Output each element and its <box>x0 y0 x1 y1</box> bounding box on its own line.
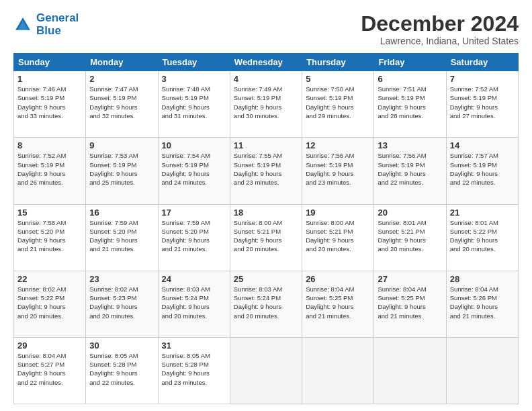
day-number: 9 <box>89 140 154 150</box>
day-number: 26 <box>306 274 370 284</box>
calendar-cell: 7Sunrise: 7:52 AM Sunset: 5:19 PM Daylig… <box>446 71 518 138</box>
calendar-cell: 12Sunrise: 7:56 AM Sunset: 5:19 PM Dayli… <box>302 138 374 204</box>
calendar-cell: 25Sunrise: 8:03 AM Sunset: 5:24 PM Dayli… <box>230 271 302 337</box>
day-info: Sunrise: 8:05 AM Sunset: 5:28 PM Dayligh… <box>89 351 154 387</box>
main-title: December 2024 <box>361 12 519 36</box>
calendar-cell: 2Sunrise: 7:47 AM Sunset: 5:19 PM Daylig… <box>86 71 158 138</box>
day-number: 19 <box>306 208 370 218</box>
calendar-row: 29Sunrise: 8:04 AM Sunset: 5:27 PM Dayli… <box>14 337 519 404</box>
header: General Blue December 2024 Lawrence, Ind… <box>13 12 519 46</box>
day-number: 16 <box>89 208 154 218</box>
day-info: Sunrise: 8:04 AM Sunset: 5:26 PM Dayligh… <box>450 285 515 320</box>
calendar-row: 15Sunrise: 7:58 AM Sunset: 5:20 PM Dayli… <box>14 204 519 271</box>
calendar-cell: 8Sunrise: 7:52 AM Sunset: 5:19 PM Daylig… <box>14 138 86 204</box>
day-info: Sunrise: 8:04 AM Sunset: 5:25 PM Dayligh… <box>306 285 370 320</box>
day-number: 30 <box>89 340 154 351</box>
day-info: Sunrise: 7:54 AM Sunset: 5:19 PM Dayligh… <box>162 151 226 187</box>
calendar-header-cell: Friday <box>374 54 446 71</box>
day-info: Sunrise: 8:00 AM Sunset: 5:21 PM Dayligh… <box>234 218 298 254</box>
calendar-cell: 11Sunrise: 7:55 AM Sunset: 5:19 PM Dayli… <box>230 138 302 204</box>
calendar-cell: 20Sunrise: 8:01 AM Sunset: 5:21 PM Dayli… <box>374 204 446 271</box>
day-number: 23 <box>89 274 154 284</box>
day-number: 11 <box>234 140 298 150</box>
day-number: 1 <box>17 74 82 84</box>
day-info: Sunrise: 7:56 AM Sunset: 5:19 PM Dayligh… <box>378 151 442 187</box>
calendar-cell <box>302 337 374 404</box>
day-info: Sunrise: 7:51 AM Sunset: 5:19 PM Dayligh… <box>378 85 442 120</box>
calendar-row: 8Sunrise: 7:52 AM Sunset: 5:19 PM Daylig… <box>14 138 519 204</box>
calendar-cell: 31Sunrise: 8:05 AM Sunset: 5:28 PM Dayli… <box>158 337 230 404</box>
day-info: Sunrise: 7:56 AM Sunset: 5:19 PM Dayligh… <box>306 151 370 187</box>
logo: General Blue <box>13 12 79 37</box>
day-info: Sunrise: 7:52 AM Sunset: 5:19 PM Dayligh… <box>17 151 82 187</box>
title-block: December 2024 Lawrence, Indiana, United … <box>361 12 519 46</box>
subtitle: Lawrence, Indiana, United States <box>361 36 519 46</box>
day-number: 21 <box>450 208 515 218</box>
day-number: 25 <box>234 274 298 284</box>
logo-text: General Blue <box>36 12 79 37</box>
calendar-cell: 10Sunrise: 7:54 AM Sunset: 5:19 PM Dayli… <box>158 138 230 204</box>
logo-line2: Blue <box>36 24 61 37</box>
calendar-cell: 3Sunrise: 7:48 AM Sunset: 5:19 PM Daylig… <box>158 71 230 138</box>
day-info: Sunrise: 7:47 AM Sunset: 5:19 PM Dayligh… <box>89 85 154 120</box>
day-number: 4 <box>234 74 298 84</box>
day-number: 20 <box>378 208 442 218</box>
day-info: Sunrise: 7:58 AM Sunset: 5:20 PM Dayligh… <box>17 218 82 254</box>
day-info: Sunrise: 8:01 AM Sunset: 5:22 PM Dayligh… <box>450 218 515 254</box>
day-number: 14 <box>450 140 515 150</box>
day-info: Sunrise: 7:50 AM Sunset: 5:19 PM Dayligh… <box>306 85 370 120</box>
day-info: Sunrise: 8:04 AM Sunset: 5:25 PM Dayligh… <box>378 285 442 320</box>
calendar-header-cell: Sunday <box>14 54 86 71</box>
calendar-cell: 15Sunrise: 7:58 AM Sunset: 5:20 PM Dayli… <box>14 204 86 271</box>
calendar-cell: 18Sunrise: 8:00 AM Sunset: 5:21 PM Dayli… <box>230 204 302 271</box>
day-info: Sunrise: 7:57 AM Sunset: 5:19 PM Dayligh… <box>450 151 515 187</box>
day-info: Sunrise: 7:49 AM Sunset: 5:19 PM Dayligh… <box>234 85 298 120</box>
calendar-cell: 9Sunrise: 7:53 AM Sunset: 5:19 PM Daylig… <box>86 138 158 204</box>
day-number: 22 <box>17 274 82 284</box>
day-info: Sunrise: 8:04 AM Sunset: 5:27 PM Dayligh… <box>17 351 82 387</box>
day-info: Sunrise: 7:52 AM Sunset: 5:19 PM Dayligh… <box>450 85 515 120</box>
day-number: 18 <box>234 208 298 218</box>
day-number: 17 <box>162 208 226 218</box>
calendar-cell: 21Sunrise: 8:01 AM Sunset: 5:22 PM Dayli… <box>446 204 518 271</box>
calendar-cell: 28Sunrise: 8:04 AM Sunset: 5:26 PM Dayli… <box>446 271 518 337</box>
calendar-cell: 26Sunrise: 8:04 AM Sunset: 5:25 PM Dayli… <box>302 271 374 337</box>
day-number: 3 <box>162 74 226 84</box>
day-number: 5 <box>306 74 370 84</box>
day-info: Sunrise: 7:59 AM Sunset: 5:20 PM Dayligh… <box>89 218 154 254</box>
day-number: 15 <box>17 208 82 218</box>
calendar-cell: 4Sunrise: 7:49 AM Sunset: 5:19 PM Daylig… <box>230 71 302 138</box>
day-number: 12 <box>306 140 370 150</box>
logo-line1: General <box>36 11 79 24</box>
page: General Blue December 2024 Lawrence, Ind… <box>0 0 532 411</box>
calendar-cell: 6Sunrise: 7:51 AM Sunset: 5:19 PM Daylig… <box>374 71 446 138</box>
calendar-header-row: SundayMondayTuesdayWednesdayThursdayFrid… <box>14 54 519 71</box>
calendar-cell <box>374 337 446 404</box>
calendar-cell: 13Sunrise: 7:56 AM Sunset: 5:19 PM Dayli… <box>374 138 446 204</box>
calendar-header-cell: Wednesday <box>230 54 302 71</box>
day-number: 29 <box>17 340 82 351</box>
calendar-cell: 5Sunrise: 7:50 AM Sunset: 5:19 PM Daylig… <box>302 71 374 138</box>
day-info: Sunrise: 8:01 AM Sunset: 5:21 PM Dayligh… <box>378 218 442 254</box>
calendar-row: 1Sunrise: 7:46 AM Sunset: 5:19 PM Daylig… <box>14 71 519 138</box>
day-info: Sunrise: 7:55 AM Sunset: 5:19 PM Dayligh… <box>234 151 298 187</box>
calendar-cell: 17Sunrise: 7:59 AM Sunset: 5:20 PM Dayli… <box>158 204 230 271</box>
calendar-cell: 16Sunrise: 7:59 AM Sunset: 5:20 PM Dayli… <box>86 204 158 271</box>
day-number: 6 <box>378 74 442 84</box>
calendar-header-cell: Tuesday <box>158 54 230 71</box>
day-number: 31 <box>162 340 226 351</box>
day-number: 2 <box>89 74 154 84</box>
calendar-table: SundayMondayTuesdayWednesdayThursdayFrid… <box>13 53 519 404</box>
logo-icon <box>13 15 32 34</box>
day-number: 24 <box>162 274 226 284</box>
calendar-header-cell: Saturday <box>446 54 518 71</box>
calendar-cell <box>446 337 518 404</box>
day-number: 27 <box>378 274 442 284</box>
day-info: Sunrise: 8:02 AM Sunset: 5:23 PM Dayligh… <box>89 285 154 320</box>
calendar-cell: 23Sunrise: 8:02 AM Sunset: 5:23 PM Dayli… <box>86 271 158 337</box>
day-info: Sunrise: 8:05 AM Sunset: 5:28 PM Dayligh… <box>162 351 226 387</box>
calendar-cell: 30Sunrise: 8:05 AM Sunset: 5:28 PM Dayli… <box>86 337 158 404</box>
calendar-cell <box>230 337 302 404</box>
day-number: 10 <box>162 140 226 150</box>
calendar-cell: 14Sunrise: 7:57 AM Sunset: 5:19 PM Dayli… <box>446 138 518 204</box>
